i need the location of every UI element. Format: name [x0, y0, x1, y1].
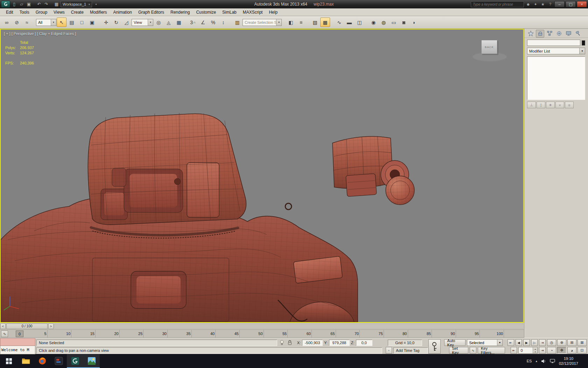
- go-to-end-frame-button[interactable]: ⇥: [539, 347, 546, 354]
- open-file-button[interactable]: ▱: [18, 1, 25, 8]
- new-file-button[interactable]: ▯: [11, 1, 18, 8]
- select-by-name-button[interactable]: ▤: [67, 18, 77, 27]
- timeline-ruler[interactable]: 5 10 15 20 25 30 35 40 45 50 55 60 65 70…: [23, 330, 504, 338]
- menu-rendering[interactable]: Rendering: [167, 8, 193, 16]
- current-frame-field[interactable]: 0 ▴ ▾: [518, 347, 538, 354]
- welcome-window[interactable]: Welcome to M: [0, 338, 35, 354]
- orbit-button[interactable]: ◕: [567, 347, 576, 354]
- tank-turret-model[interactable]: [1, 29, 523, 322]
- trackbar-prev-button[interactable]: <: [0, 323, 6, 329]
- mirror-button[interactable]: ◧: [286, 18, 296, 27]
- tab-display[interactable]: [564, 30, 573, 38]
- set-keys-button[interactable]: [428, 339, 441, 354]
- show-end-result-button[interactable]: ▯: [537, 102, 545, 108]
- menu-graph-editors[interactable]: Graph Editors: [135, 8, 167, 16]
- configure-modifier-sets-button[interactable]: ≡: [565, 102, 574, 108]
- pan-view-button[interactable]: ✥: [557, 347, 566, 354]
- menu-help[interactable]: Help: [266, 8, 281, 16]
- named-selection-set-combo[interactable]: Create Selection Se ▾: [243, 19, 282, 26]
- select-and-manipulate-button[interactable]: ◬: [164, 18, 174, 27]
- menu-customize[interactable]: Customize: [193, 8, 219, 16]
- go-to-start-button[interactable]: ⇤: [507, 339, 514, 346]
- menu-simlab[interactable]: SimLab: [219, 8, 240, 16]
- menu-group[interactable]: Group: [33, 8, 50, 16]
- bind-spacewarp-icon[interactable]: ≈: [22, 18, 32, 27]
- app-logo-icon[interactable]: [1, 1, 10, 8]
- taskbar-photo-viewer[interactable]: [83, 354, 100, 368]
- select-link-icon[interactable]: ∞: [2, 18, 12, 27]
- workspace-dropdown[interactable]: Workspace_1 ▾: [61, 1, 92, 7]
- project-folder-button[interactable]: ▦: [53, 1, 60, 8]
- key-tangent-button[interactable]: ∿: [470, 347, 476, 354]
- object-name-field[interactable]: [527, 40, 580, 46]
- add-time-tag-field[interactable]: Add Time Tag: [393, 347, 428, 354]
- keyboard-override-toggle[interactable]: ▦: [174, 18, 184, 27]
- field-of-view-button[interactable]: ◔: [547, 347, 556, 354]
- account-icon[interactable]: ☻: [525, 1, 531, 7]
- tab-hierarchy[interactable]: [545, 30, 554, 38]
- viewport-header-label[interactable]: [ + ] [ Perspective ] [ Clay + Edged Fac…: [4, 32, 76, 36]
- menu-animation[interactable]: Animation: [110, 8, 135, 16]
- redo-button[interactable]: ↷: [43, 1, 50, 8]
- mini-curve-editor-button[interactable]: ∿: [1, 330, 8, 337]
- frame-spinner[interactable]: ▴ ▾: [533, 347, 537, 353]
- key-mode-dropdown[interactable]: Selected ▾: [467, 339, 503, 346]
- play-animation-button[interactable]: ▶: [523, 339, 530, 346]
- spinner-down-icon[interactable]: ▾: [533, 350, 537, 354]
- select-and-rotate-button[interactable]: ↻: [111, 18, 121, 27]
- close-button[interactable]: ×: [577, 1, 587, 7]
- start-button[interactable]: [0, 354, 18, 368]
- time-slider-handle[interactable]: 0: [16, 330, 23, 337]
- schematic-view-button[interactable]: ◫: [355, 18, 364, 27]
- remove-modifier-button[interactable]: ×: [555, 102, 564, 108]
- modifier-stack-list[interactable]: [527, 56, 585, 100]
- save-file-button[interactable]: ▣: [26, 1, 32, 8]
- go-to-end-button[interactable]: ⇥: [539, 339, 546, 346]
- tray-chevron-icon[interactable]: ▴: [536, 359, 537, 363]
- taskbar-app-dark[interactable]: [50, 354, 67, 368]
- undo-button[interactable]: ↶: [36, 1, 42, 8]
- tab-motion[interactable]: [555, 30, 563, 38]
- infocenter-search-input[interactable]: [471, 1, 524, 7]
- menu-edit[interactable]: Edit: [3, 8, 16, 16]
- volume-icon[interactable]: [541, 359, 546, 363]
- tab-modify[interactable]: [536, 30, 544, 38]
- selection-filter-dropdown[interactable]: All ▾: [36, 19, 56, 26]
- z-coordinate-field[interactable]: 0,0: [356, 340, 372, 346]
- render-setup-button[interactable]: ◍: [379, 18, 388, 27]
- selection-lock-icon[interactable]: [287, 340, 293, 345]
- auto-key-button[interactable]: Auto Key: [444, 339, 466, 346]
- zoom-extents-button[interactable]: ⊞: [567, 339, 576, 346]
- select-object-button[interactable]: ↖: [57, 18, 66, 27]
- select-and-scale-button[interactable]: ◿: [121, 18, 131, 27]
- use-pivot-center-button[interactable]: ◎: [154, 18, 163, 27]
- taskbar-file-explorer[interactable]: [18, 354, 34, 368]
- tab-utilities[interactable]: [574, 30, 582, 38]
- viewcube[interactable]: BACK: [469, 38, 510, 64]
- menu-tools[interactable]: Tools: [16, 8, 33, 16]
- dope-sheet-button[interactable]: ▬: [344, 18, 354, 27]
- trackbar-range-label[interactable]: 0 / 100: [6, 323, 48, 329]
- time-slider[interactable]: ∿ 0 5 10 15 20 25 30 35 40 45 50 55 60 6…: [0, 329, 524, 338]
- taskbar-clock[interactable]: 19:10 02/12/2017: [559, 356, 578, 366]
- taskbar-3dsmax[interactable]: [67, 354, 83, 368]
- trackbar-track[interactable]: [54, 323, 524, 329]
- curve-editor-button[interactable]: ∿: [334, 18, 344, 27]
- render-production-button[interactable]: ◙: [399, 18, 409, 27]
- unlink-selection-icon[interactable]: ⊘: [12, 18, 22, 27]
- previous-frame-button[interactable]: ◀: [516, 339, 522, 346]
- snap-toggle-button[interactable]: 3∩: [188, 18, 198, 27]
- menu-create[interactable]: Create: [68, 8, 87, 16]
- pin-stack-button[interactable]: ⊥: [527, 102, 536, 108]
- reference-coordinate-dropdown[interactable]: View ▾: [132, 19, 153, 26]
- network-icon[interactable]: [550, 359, 555, 363]
- go-to-start-frame-button[interactable]: ⇤: [511, 347, 517, 354]
- x-coordinate-field[interactable]: -500,903: [302, 340, 323, 346]
- menu-views[interactable]: Views: [50, 8, 68, 16]
- window-crossing-toggle[interactable]: ▣: [87, 18, 97, 27]
- percent-snap-toggle[interactable]: %: [208, 18, 218, 27]
- perspective-viewport[interactable]: [ + ] [ Perspective ] [ Clay + Edged Fac…: [0, 29, 524, 323]
- tab-create[interactable]: [526, 30, 535, 38]
- material-editor-button[interactable]: ◉: [369, 18, 378, 27]
- render-iterative-button[interactable]: ◗: [409, 18, 419, 27]
